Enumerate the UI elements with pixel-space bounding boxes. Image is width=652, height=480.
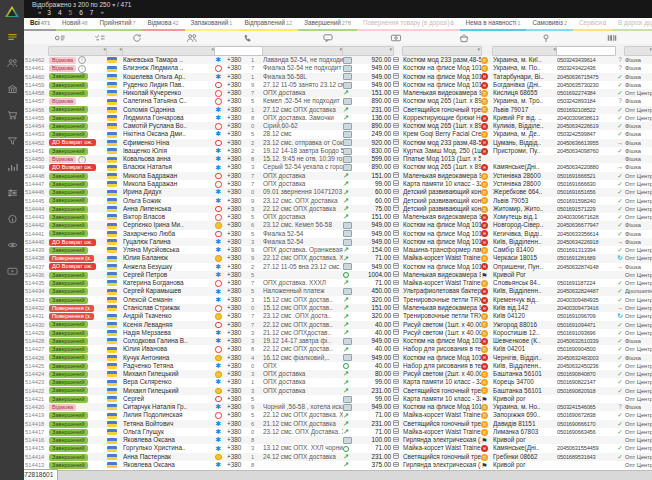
filter-name-select[interactable] xyxy=(122,46,216,56)
comment[interactable]: ОПХ xyxy=(263,362,343,370)
customer-name[interactable]: Салегина Татьяна С.. xyxy=(123,97,215,105)
info-icon[interactable]: i xyxy=(78,56,86,64)
status-cell[interactable]: Завершений xyxy=(49,114,107,122)
delivery-city[interactable]: Кременчук від.. xyxy=(493,296,557,304)
phone-number[interactable]: +380 xyxy=(227,296,251,304)
status-cell[interactable]: Відмоваi xyxy=(49,64,107,72)
status-cell[interactable]: Повернення (з. xyxy=(49,304,107,312)
status-cell[interactable]: ДО Возврат ож. xyxy=(49,238,107,246)
phone-number[interactable]: +380 xyxy=(227,246,251,254)
phone-number[interactable]: +380 xyxy=(227,81,251,89)
product-name[interactable]: Светящийся гоночный трек Ма.. xyxy=(403,106,481,114)
delivery-city[interactable]: Новгород-Сівер.. xyxy=(493,221,557,229)
filter-status-select[interactable] xyxy=(48,46,108,56)
status-cell[interactable]: Завершений xyxy=(49,420,107,428)
product-name[interactable]: Майка-корсет Waist Trainer *142.. xyxy=(403,254,481,262)
status-cell[interactable]: Повернення (з. xyxy=(49,254,107,262)
customer-name[interactable]: Уляна Мусійовська xyxy=(123,246,215,254)
customer-name[interactable]: Радченко Тетяна xyxy=(123,362,215,370)
status-cell[interactable]: Завершений xyxy=(49,345,107,353)
customer-name[interactable]: Анна Пастернак xyxy=(123,453,215,461)
phone-number[interactable]: +380 xyxy=(227,263,251,271)
filter-product-select[interactable] xyxy=(402,46,482,56)
delivery-city[interactable]: Кегичівка, Відді.. xyxy=(493,230,557,238)
comment[interactable]: 19.12 14-17 завтра фі.. xyxy=(263,337,343,345)
status-cell[interactable]: Завершений xyxy=(49,321,107,329)
filter-phone-input[interactable] xyxy=(214,46,264,56)
comment[interactable]: ОПХ доставка. ХХХЛ xyxy=(263,279,343,287)
status-cell[interactable]: Завершений xyxy=(49,354,107,362)
product-name[interactable]: Гирлянда электрическая (100 л.. xyxy=(403,436,481,444)
comment[interactable]: ОПХ доставка xyxy=(263,378,343,386)
product-name[interactable]: Тренировочные петли TRX Train.. xyxy=(403,296,481,304)
phone-number[interactable]: +380 xyxy=(227,436,251,444)
comment[interactable]: 21.12 смс ОПХ доставка xyxy=(263,420,343,428)
delivery-city[interactable]: Татарбунари, Ві.. xyxy=(493,73,557,81)
delivery-city[interactable]: Словьянськ 84.. xyxy=(493,279,557,287)
status-cell[interactable]: Завершений xyxy=(49,106,107,114)
tracking-number[interactable]: 20400309671628 xyxy=(557,213,615,221)
phone-icon[interactable] xyxy=(244,33,255,43)
tracking-number[interactable]: 0501691666521 xyxy=(557,172,615,180)
order-row[interactable]: 514460ЗавершенийКошелева Ольга Ар..✱+380… xyxy=(24,73,652,81)
status-cell[interactable]: Завершений xyxy=(49,89,107,97)
info-icon[interactable] xyxy=(0,206,24,232)
delivery-city[interactable]: Кривий Ріг від. .. xyxy=(493,114,557,122)
order-row[interactable]: 514425ЗавершенийРадченко Тетяна✱+3800ОПХ… xyxy=(24,362,652,370)
product-name[interactable]: Маленькая видеокамера SQ8 *.. xyxy=(403,271,481,279)
tracking-number[interactable]: 0501691187224 xyxy=(557,279,615,287)
comment[interactable]: ОПХ доставка xyxy=(263,180,343,188)
order-row[interactable]: 514443ЗавершенийВіктор Власов+3805ОПХ до… xyxy=(24,213,652,221)
phone-number[interactable]: +380 xyxy=(227,321,251,329)
status-cell[interactable]: Завершений xyxy=(49,130,107,138)
tab-10[interactable]: Сервіси0 xyxy=(573,18,612,31)
delivery-city[interactable]: Куликів, Відділе.. xyxy=(493,122,557,130)
tab-6[interactable]: Завершений278 xyxy=(298,18,357,31)
phone-number[interactable]: +380 xyxy=(227,188,251,196)
status-cell[interactable]: Завершений xyxy=(49,296,107,304)
phone-number[interactable]: +380 xyxy=(227,378,251,386)
status-icon[interactable] xyxy=(95,33,106,43)
comment[interactable]: 22.12 смс ОПХ достав.. xyxy=(263,321,343,329)
tracking-number[interactable]: 0501691094471 xyxy=(557,321,615,329)
tracking-number[interactable]: 0501690820918 xyxy=(557,387,615,395)
customer-name[interactable]: Яковлева Оксана xyxy=(123,461,215,469)
status-cell[interactable]: Завершений xyxy=(49,73,107,81)
customer-name[interactable]: Яковлева Оксана xyxy=(123,436,215,444)
product-name[interactable]: Светящийся гоночный трек Ма.. xyxy=(403,453,481,461)
comment[interactable]: 23.12 смс .ОПХ доста.. xyxy=(263,312,343,320)
phone-number[interactable]: +380 xyxy=(227,147,251,155)
status-cell[interactable]: Завершений xyxy=(49,337,107,345)
order-row[interactable]: 514457ВідмоваСалегина Татьяна С..+3805Ке… xyxy=(24,97,652,105)
order-row[interactable]: 514442ЗавершенийСергієнко Ірина Ми..+380… xyxy=(24,221,652,229)
phone-number[interactable]: +380 xyxy=(227,461,251,469)
phone-number[interactable]: +380 xyxy=(227,172,251,180)
status-cell[interactable]: Завершений xyxy=(49,329,107,337)
comment[interactable] xyxy=(263,271,343,279)
filter-city-select[interactable] xyxy=(492,46,558,56)
delivery-city[interactable]: Украина, м. По.. xyxy=(493,64,557,72)
order-row[interactable]: 514452ДО Возврат ож.Єфименко Ніна+380223… xyxy=(24,139,652,147)
delivery-city[interactable]: Опришени, Пун.. xyxy=(493,263,557,271)
comment[interactable]: 21.12 смс ОПХдостав.. xyxy=(263,329,343,337)
customer-name[interactable]: Ирина Дидух xyxy=(123,188,215,196)
customers-icon[interactable] xyxy=(187,33,198,43)
status-cell[interactable]: Завершений xyxy=(49,172,107,180)
delivery-city[interactable]: Шевченкове (К.. xyxy=(493,337,557,345)
tracking-number[interactable]: 0501690840870 xyxy=(557,370,615,378)
phone-number[interactable]: +380 xyxy=(227,403,251,411)
comment[interactable]: ОПХ доставка xyxy=(263,370,343,378)
customer-name[interactable]: Вера Скляренко xyxy=(123,378,215,386)
order-row[interactable]: 514417ЗавершенийОльга Глущук✱+380023.12 … xyxy=(24,428,652,436)
tab-9[interactable]: Самовивіз2 xyxy=(526,18,573,31)
location-icon[interactable] xyxy=(541,33,552,43)
delivery-city[interactable]: Самбір 81400 xyxy=(493,246,557,254)
customer-name[interactable]: Соломія Сідоніна xyxy=(123,106,215,114)
tracking-number[interactable] xyxy=(557,436,615,444)
comment[interactable]: 16.12 смс фіалковий,.. xyxy=(263,354,343,362)
tab-1[interactable]: Новий48 xyxy=(56,18,94,31)
delivery-city[interactable]: Лиманка 67803 xyxy=(493,428,557,436)
customer-name[interactable]: Сергей Карамышев xyxy=(123,287,215,295)
delivery-city[interactable] xyxy=(493,155,557,163)
phone-number[interactable]: +380 xyxy=(227,420,251,428)
